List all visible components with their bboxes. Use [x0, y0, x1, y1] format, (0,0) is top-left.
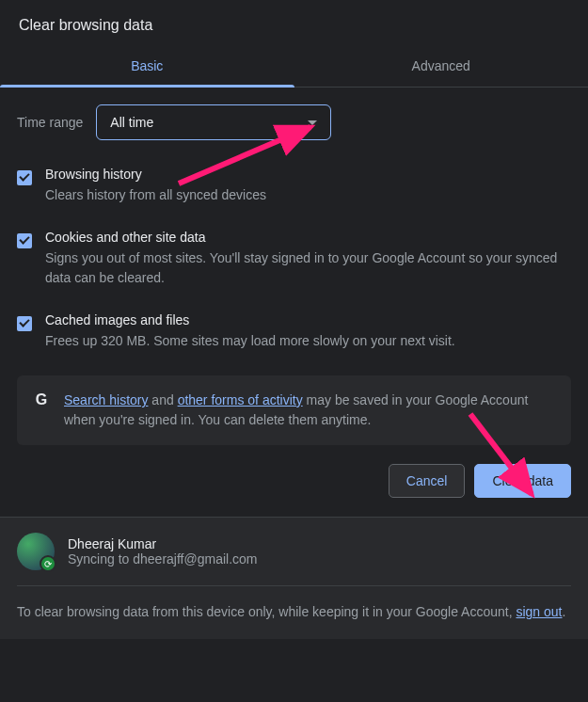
clear-data-button[interactable]: Clear data — [474, 464, 571, 498]
tabs: Basic Advanced — [0, 45, 588, 88]
footer-after: . — [563, 604, 566, 619]
footer-before: To clear browsing data from this device … — [17, 604, 516, 619]
checkbox-browsing-history[interactable] — [17, 170, 32, 185]
option-desc: Frees up 320 MB. Some sites may load mor… — [45, 331, 571, 351]
sync-prefix: Syncing to — [68, 551, 133, 566]
option-title: Browsing history — [45, 167, 571, 182]
footer-text: To clear browsing data from this device … — [17, 601, 571, 622]
info-mid: and — [148, 392, 177, 407]
tab-advanced[interactable]: Advanced — [294, 45, 589, 87]
option-cached: Cached images and files Frees up 320 MB.… — [17, 312, 571, 351]
option-cookies: Cookies and other site data Signs you ou… — [17, 230, 571, 288]
time-range-label: Time range — [17, 115, 83, 130]
checkbox-cached[interactable] — [17, 316, 32, 331]
dialog-actions: Cancel Clear data — [0, 464, 588, 517]
google-info-box: G Search history and other forms of acti… — [17, 375, 571, 445]
account-footer: ⟳ Dheeraj Kumar Syncing to dheerajff@gma… — [0, 517, 588, 639]
option-title: Cached images and files — [45, 312, 571, 327]
cancel-button[interactable]: Cancel — [389, 464, 466, 498]
other-activity-link[interactable]: other forms of activity — [178, 392, 303, 407]
sync-badge-icon: ⟳ — [40, 555, 56, 572]
tab-basic[interactable]: Basic — [0, 45, 294, 87]
account-name: Dheeraj Kumar — [68, 536, 258, 551]
option-browsing-history: Browsing history Clears history from all… — [17, 167, 571, 205]
avatar: ⟳ — [17, 533, 55, 570]
option-title: Cookies and other site data — [45, 230, 571, 245]
option-desc: Clears history from all synced devices — [45, 185, 571, 205]
info-text: Search history and other forms of activi… — [64, 391, 556, 430]
time-range-select[interactable]: All time — [96, 104, 331, 140]
search-history-link[interactable]: Search history — [64, 392, 148, 407]
google-icon: G — [32, 391, 51, 409]
account-email: dheerajff@gmail.com — [133, 551, 257, 566]
time-range-value: All time — [110, 115, 153, 130]
account-sync-status: Syncing to dheerajff@gmail.com — [68, 551, 258, 566]
account-row: ⟳ Dheeraj Kumar Syncing to dheerajff@gma… — [17, 533, 571, 586]
sign-out-link[interactable]: sign out — [516, 604, 562, 619]
chevron-down-icon — [308, 120, 317, 125]
checkbox-cookies[interactable] — [17, 233, 32, 248]
dialog-title: Clear browsing data — [0, 0, 588, 45]
dialog-content: Time range All time Browsing history Cle… — [0, 88, 588, 445]
option-desc: Signs you out of most sites. You'll stay… — [45, 248, 571, 288]
time-range-row: Time range All time — [17, 104, 571, 140]
